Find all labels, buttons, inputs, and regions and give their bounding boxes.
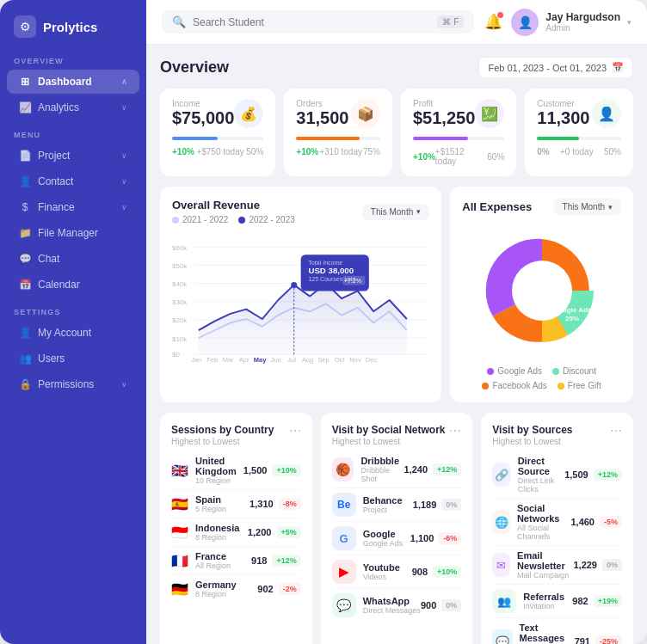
svg-text:25%: 25% [565,315,579,322]
stat-change: +10% [172,147,194,156]
sidebar-item-users[interactable]: 👥 Users [7,347,139,371]
stat-card-customer: Customer 11,300 👤 0% +0 today 50% [525,89,633,176]
sidebar-item-my-account[interactable]: 👤 My Account [7,321,139,345]
list-item: ✉ Email NewsletterMail Campaign 1,229 0% [492,546,622,585]
svg-text:Sep: Sep [317,356,329,364]
chevron-icon: ∨ [121,380,127,389]
sidebar-item-finance[interactable]: $ Finance ∨ [7,195,139,219]
flag-de: 🇩🇪 [171,581,188,598]
revenue-chart-title: Overall Revenue [172,199,295,212]
sidebar-item-permissions[interactable]: 🔒 Permissions ∨ [7,372,139,396]
more-options-icon[interactable]: ⋯ [289,424,301,438]
svg-text:Jan: Jan [191,356,201,364]
progress-bar [413,137,468,140]
youtube-icon: ▶ [332,560,356,584]
svg-text:$50k: $50k [172,262,187,270]
stat-card-income: Income $75,000 💰 +10% +$750 today 50% [160,89,275,176]
sidebar-item-label: Permissions [38,378,94,390]
social-title: Visit by Social Network [332,424,446,436]
revenue-period-selector[interactable]: This Month ▾ [362,204,429,220]
flag-id: 🇮🇩 [171,524,188,541]
pie-svg: Facebook 75% Google Ads 25% [473,222,611,359]
chevron-down-icon: ▾ [608,203,613,212]
notification-bell[interactable]: 🔔 [484,13,502,31]
visit-sources-card: Visit by Sources Highest to Lowest ⋯ 🔗 D… [481,413,633,644]
flag-fr: 🇫🇷 [171,553,188,569]
expenses-period-selector[interactable]: This Month ▾ [554,199,621,215]
referrals-icon: 👥 [492,589,516,613]
sidebar-item-label: File Manager [38,227,98,239]
svg-text:Nov: Nov [349,356,361,364]
legend-dot [482,383,489,389]
avatar: 👤 [511,9,539,36]
svg-text:Jun: Jun [271,356,281,364]
chevron-down-icon: ▾ [627,18,632,27]
search-icon: 🔍 [172,15,186,28]
sidebar-item-calendar[interactable]: 📅 Calendar [7,273,139,297]
topbar-right: 🔔 👤 Jay Hargudson Admin ▾ [484,9,632,36]
main-area: 🔍 ⌘ F 🔔 👤 Jay Hargudson Admin ▾ [146,0,647,644]
sidebar-item-label: Calendar [38,279,80,291]
dribbble-icon: 🏀 [332,457,354,481]
search-box[interactable]: 🔍 ⌘ F [162,10,474,34]
users-icon: 👥 [19,353,31,365]
list-item: ▶ YoutubeVideos 908 +10% [332,555,462,589]
svg-text:75%: 75% [530,278,545,286]
stat-change-detail: +310 today [319,147,362,156]
progress-bar [172,137,218,140]
sidebar-item-project[interactable]: 📄 Project ∨ [7,144,139,168]
bottom-row: Sessions by Country Highest to Lowest ⋯ … [160,413,633,644]
stat-percent: 50% [246,147,263,156]
stat-value: $51,250 [413,108,475,128]
flag-es: 🇪🇸 [171,496,188,512]
stat-change-detail: +$750 today [196,147,243,156]
topbar: 🔍 ⌘ F 🔔 👤 Jay Hargudson Admin ▾ [146,0,647,45]
more-options-icon[interactable]: ⋯ [449,424,461,438]
date-range-picker[interactable]: Feb 01, 2023 - Oct 01, 2023 📅 [478,57,633,78]
sidebar-section-overview: OVERVIEW [0,46,146,69]
svg-text:May: May [254,356,267,364]
legend-dot [487,368,494,375]
sidebar-item-label: Chat [38,253,59,265]
contact-icon: 👤 [19,175,31,187]
list-item: 🇪🇸 Spain5 Region 1,310 -8% [171,490,301,518]
stat-value: 11,300 [537,108,589,128]
list-item: 🇮🇩 Indonesia8 Region 1,200 +5% [171,518,301,547]
svg-text:USD 38,000: USD 38,000 [308,266,354,275]
revenue-chart-area: $60k $50k $40k $30k $20k $10k $0 [172,231,429,372]
stat-change: +10% [413,152,435,162]
stat-change: 0% [537,147,549,156]
my-account-icon: 👤 [19,327,31,339]
stat-icon-profit: 💹 [475,99,504,128]
search-shortcut: ⌘ F [437,15,464,28]
list-item: 👥 ReferralsInvitation 982 +19% [492,585,622,618]
chevron-icon: ∨ [121,177,127,186]
chevron-icon: ∧ [121,77,127,86]
legend-item-2021: 2021 - 2022 [172,215,228,224]
legend-item-2022: 2022 - 2023 [238,215,294,224]
sources-list: 🔗 Direct SourceDirect Link Clicks 1,509 … [492,451,622,644]
sidebar-item-file-manager[interactable]: 📁 File Manager [7,221,139,245]
stat-change-detail: +$1512 today [435,147,487,166]
legend-dot-2022 [238,217,245,224]
more-options-icon[interactable]: ⋯ [610,424,622,438]
revenue-svg: $60k $50k $40k $30k $20k $10k $0 [172,231,429,369]
svg-text:$40k: $40k [172,280,187,288]
sidebar-item-contact[interactable]: 👤 Contact ∨ [7,169,139,193]
finance-icon: $ [19,201,31,213]
sidebar-item-chat[interactable]: 💬 Chat [7,247,139,271]
stat-percent: 75% [363,147,380,156]
charts-row: Overall Revenue 2021 - 2022 2022 - 2023 [160,187,633,402]
stat-label: Profit [413,99,475,108]
pie-legend: Google Ads Discount Facebook Ads [462,366,621,390]
direct-source-icon: 🔗 [492,463,510,487]
svg-text:Apr: Apr [239,356,250,364]
sidebar-item-dashboard[interactable]: ⊞ Dashboard ∧ [7,70,139,94]
legend-dot-2021 [172,217,179,224]
svg-text:Aug: Aug [302,356,313,364]
list-item: 🔗 Direct SourceDirect Link Clicks 1,509 … [492,451,622,499]
svg-text:Jul: Jul [287,356,296,364]
user-info[interactable]: 👤 Jay Hargudson Admin ▾ [511,9,632,36]
sidebar-item-analytics[interactable]: 📈 Analytics ∨ [7,95,139,120]
search-input[interactable] [193,16,430,28]
